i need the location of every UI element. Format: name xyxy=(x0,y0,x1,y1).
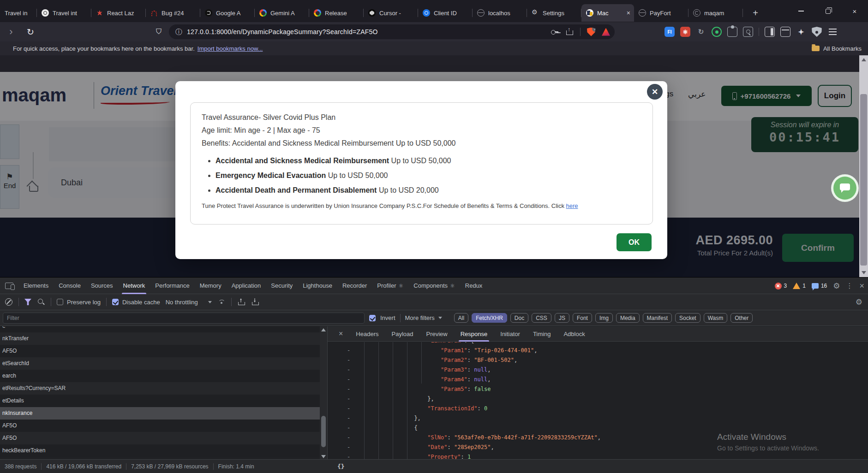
scroll-down-icon[interactable] xyxy=(321,455,326,458)
chat-widget-button[interactable] xyxy=(831,174,859,202)
request-row[interactable]: earch xyxy=(0,370,327,382)
devtools-tab-application[interactable]: Application xyxy=(227,278,266,294)
close-window-button[interactable]: × xyxy=(841,0,868,22)
format-json-button[interactable]: {} xyxy=(337,463,345,470)
network-settings-gear-icon[interactable]: ⚙ xyxy=(856,297,862,307)
wallet-icon[interactable] xyxy=(780,27,790,37)
scroll-up-icon[interactable] xyxy=(321,328,326,331)
menu-icon[interactable] xyxy=(827,27,838,37)
filter-pill-css[interactable]: CSS xyxy=(532,313,551,323)
preserve-log-checkbox[interactable] xyxy=(57,299,63,305)
inspect-extension-icon[interactable] xyxy=(743,27,753,37)
site-info-icon[interactable]: ⓘ xyxy=(175,28,182,36)
request-list-scrollbar[interactable] xyxy=(320,326,327,460)
browser-tab-bug-24[interactable]: Bug #24 xyxy=(146,4,200,22)
devtools-tab-memory[interactable]: Memory xyxy=(195,278,227,294)
filter-pill-media[interactable]: Media xyxy=(616,313,640,323)
request-row[interactable]: AF5O xyxy=(0,432,327,444)
browser-tab-travel-in[interactable]: Travel in xyxy=(0,4,37,22)
devtools-tab-redux[interactable]: Redux xyxy=(460,278,488,294)
share-icon[interactable] xyxy=(565,28,574,36)
fold-marker-icon[interactable]: - xyxy=(347,433,350,443)
reload-icon[interactable]: ↻ xyxy=(24,27,37,37)
filter-funnel-icon[interactable] xyxy=(24,299,31,305)
detail-tab-timing[interactable]: Timing xyxy=(533,326,551,342)
more-filters-button[interactable]: More filters xyxy=(405,314,442,321)
filter-pill-fetch-xhr[interactable]: Fetch/XHR xyxy=(472,313,507,323)
detail-tab-headers[interactable]: Headers xyxy=(356,326,378,342)
recycle-extension-icon[interactable]: ↻ xyxy=(696,27,706,37)
filter-pill-other[interactable]: Other xyxy=(730,313,753,323)
devtools-tab-security[interactable]: Security xyxy=(266,278,298,294)
close-detail-icon[interactable]: × xyxy=(339,330,343,338)
fold-marker-icon[interactable]: - xyxy=(347,365,350,375)
fold-marker-icon[interactable]: - xyxy=(347,423,350,433)
fold-marker-icon[interactable]: - xyxy=(347,443,350,452)
export-har-icon[interactable] xyxy=(251,298,259,306)
issues-count[interactable]: 16 xyxy=(821,283,827,289)
devtools-tab-lighthouse[interactable]: Lighthouse xyxy=(298,278,337,294)
response-body[interactable]: -"LinkParam": {-"Param1": "Trip-026-474-… xyxy=(328,342,868,460)
browser-tab-release[interactable]: Release xyxy=(309,4,364,22)
maximize-button[interactable] xyxy=(814,0,841,22)
target-extension-icon[interactable] xyxy=(712,27,722,37)
filter-pill-img[interactable]: Img xyxy=(595,313,613,323)
request-row[interactable]: nkTransfer xyxy=(0,332,327,345)
browser-tab-localhos[interactable]: localhos xyxy=(473,4,527,22)
bookmark-icon[interactable]: ⛉ xyxy=(152,28,165,36)
password-key-icon[interactable] xyxy=(551,28,559,36)
disable-cache-checkbox[interactable] xyxy=(112,299,119,305)
devtools-tab-sources[interactable]: Sources xyxy=(86,278,118,294)
terms-link[interactable]: here xyxy=(566,202,578,209)
fold-marker-icon[interactable]: - xyxy=(347,346,350,355)
all-bookmarks[interactable]: All Bookmarks xyxy=(812,45,862,52)
devtools-more-icon[interactable]: ⋮ xyxy=(846,282,853,290)
browser-tab-mac[interactable]: Mac× xyxy=(581,4,634,22)
ok-button[interactable]: OK xyxy=(617,233,652,251)
device-toolbar-toggle[interactable] xyxy=(0,283,18,289)
filter-pill-all[interactable]: All xyxy=(454,313,468,323)
request-row[interactable]: heckBearerToken xyxy=(0,444,327,457)
throttling-select[interactable]: No throttling xyxy=(166,299,212,306)
page-scrollbar[interactable] xyxy=(859,55,868,277)
import-bookmarks-link[interactable]: Import bookmarks now... xyxy=(198,45,263,52)
browser-tab-cursor-[interactable]: Cursor - xyxy=(364,4,418,22)
address-bar[interactable]: ⓘ 127.0.0.1:8000/en/DynamicPackageSummar… xyxy=(169,24,615,39)
detail-tab-payload[interactable]: Payload xyxy=(391,326,413,342)
invert-checkbox[interactable] xyxy=(369,315,376,321)
error-icon[interactable] xyxy=(775,283,782,290)
devtools-tab-performance[interactable]: Performance xyxy=(150,278,194,294)
clear-network-log-icon[interactable] xyxy=(5,298,13,306)
devtools-tab-console[interactable]: Console xyxy=(54,278,86,294)
devtools-tab-profiler[interactable]: Profiler⚛ xyxy=(372,278,408,294)
filter-pill-font[interactable]: Font xyxy=(573,313,592,323)
fold-marker-icon[interactable]: - xyxy=(347,342,350,346)
scrollbar-thumb[interactable] xyxy=(860,94,867,266)
request-row[interactable]: e xyxy=(0,326,327,332)
fold-marker-icon[interactable]: - xyxy=(347,414,350,423)
fold-marker-icon[interactable]: - xyxy=(347,375,350,384)
scroll-down-icon[interactable] xyxy=(862,271,866,274)
filter-pill-doc[interactable]: Doc xyxy=(510,313,528,323)
brave-rewards-icon[interactable]: 1 xyxy=(602,28,610,36)
browser-tab-react-laz[interactable]: React Laz xyxy=(91,4,146,22)
filter-pill-wasm[interactable]: Wasm xyxy=(704,313,728,323)
devtools-tab-components[interactable]: Components⚛ xyxy=(408,278,460,294)
extensions-puzzle-icon[interactable] xyxy=(727,27,737,37)
filter-pill-socket[interactable]: Socket xyxy=(675,313,700,323)
fold-marker-icon[interactable]: - xyxy=(347,384,350,394)
request-row[interactable]: etSearchId xyxy=(0,357,327,370)
request-row[interactable]: etDetails xyxy=(0,395,327,407)
browser-tab-client-id[interactable]: Client ID xyxy=(418,4,473,22)
browser-tab-gemini-a[interactable]: Gemini A xyxy=(255,4,309,22)
request-row[interactable]: etResults?Currency=SAR xyxy=(0,382,327,395)
detail-tab-adblock[interactable]: Adblock xyxy=(563,326,585,342)
sidebar-toggle-icon[interactable] xyxy=(765,27,775,37)
issues-icon[interactable] xyxy=(812,283,819,289)
browser-tab-google-a[interactable]: Google A xyxy=(200,4,255,22)
react-devtools-extension-icon[interactable]: ⚛ xyxy=(680,27,690,37)
minimize-button[interactable] xyxy=(788,0,814,22)
modal-close-button[interactable]: ✕ xyxy=(647,84,663,100)
forward-icon[interactable]: › xyxy=(5,26,18,38)
new-tab-button[interactable]: + xyxy=(748,6,762,20)
